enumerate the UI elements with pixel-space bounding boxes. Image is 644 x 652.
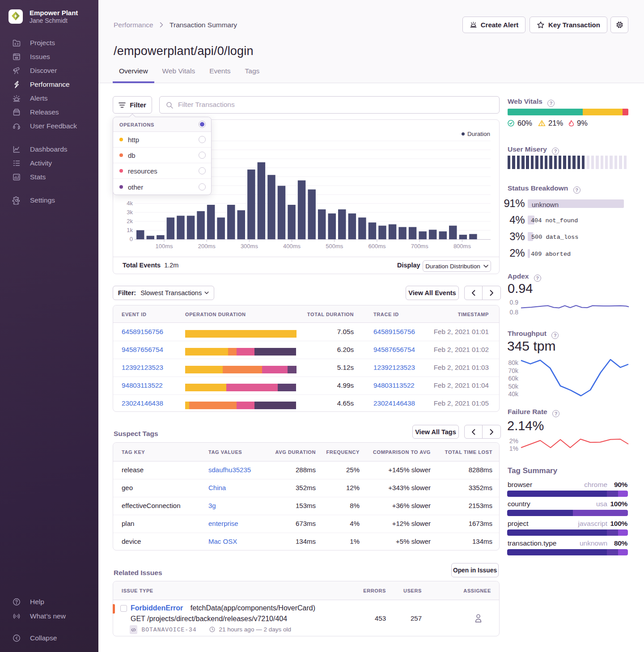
svg-text:800ms: 800ms	[453, 243, 471, 250]
svg-text:2k: 2k	[127, 218, 133, 224]
svg-text:400ms: 400ms	[283, 243, 301, 250]
svg-text:700ms: 700ms	[411, 243, 429, 250]
svg-text:500ms: 500ms	[326, 243, 343, 250]
svg-text:1k: 1k	[127, 227, 133, 233]
svg-text:100ms: 100ms	[155, 243, 173, 250]
svg-text:200ms: 200ms	[198, 243, 216, 250]
svg-text:0: 0	[130, 236, 133, 242]
svg-text:4k: 4k	[127, 200, 133, 207]
svg-text:300ms: 300ms	[241, 243, 258, 250]
svg-text:600ms: 600ms	[368, 243, 386, 250]
svg-text:3k: 3k	[127, 209, 133, 216]
